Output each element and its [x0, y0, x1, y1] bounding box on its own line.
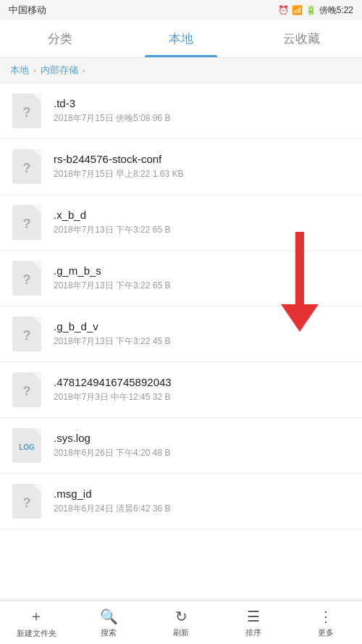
breadcrumb-internal-storage[interactable]: 内部存储	[41, 64, 78, 77]
file-name: .msg_id	[54, 488, 352, 500]
file-item[interactable]: ? rs-b244576-stock-conf 2018年7月15日 早上8:2…	[0, 139, 362, 195]
arrow-head	[281, 304, 319, 332]
file-item[interactable]: LOG .sys.log 2018年6月26日 下午4:20 48 B	[0, 418, 362, 474]
more-icon: ⋮	[319, 608, 333, 625]
log-label: LOG	[19, 443, 35, 451]
file-icon-container: ?	[10, 371, 43, 409]
annotation-arrow	[281, 232, 319, 332]
breadcrumb-local[interactable]: 本地	[10, 64, 29, 77]
file-icon-container: ?	[10, 92, 43, 130]
file-info: .td-3 2018年7月15日 傍晚5:08 96 B	[54, 97, 352, 125]
log-file-icon: LOG	[12, 428, 41, 463]
tab-cloud[interactable]: 云收藏	[241, 20, 362, 57]
tab-bar: 分类 本地 云收藏	[0, 20, 362, 58]
file-list: ? .td-3 2018年7月15日 傍晚5:08 96 B ? rs-b244…	[0, 83, 362, 598]
question-mark: ?	[23, 272, 31, 288]
file-name: .4781249416745892043	[54, 376, 352, 388]
arrow-shaft	[295, 232, 304, 304]
tab-classify-label: 分类	[48, 30, 72, 47]
generic-file-icon: ?	[12, 205, 41, 240]
time-display: 傍晚5:22	[319, 4, 353, 17]
file-item[interactable]: ? .4781249416745892043 2018年7月3日 中午12:45…	[0, 362, 362, 418]
file-item[interactable]: ? .td-3 2018年7月15日 傍晚5:08 96 B	[0, 83, 362, 139]
generic-file-icon: ?	[12, 149, 41, 184]
file-info: .msg_id 2018年6月24日 清晨6:42 36 B	[54, 488, 352, 515]
question-mark: ?	[23, 217, 31, 232]
question-mark: ?	[23, 105, 31, 120]
breadcrumb-sep-2: ›	[83, 66, 85, 75]
file-info: rs-b244576-stock-conf 2018年7月15日 早上8:22 …	[54, 153, 352, 180]
file-icon-container: ?	[10, 204, 43, 241]
file-info: .sys.log 2018年6月26日 下午4:20 48 B	[54, 432, 352, 459]
generic-file-icon: ?	[12, 93, 41, 128]
nav-sort[interactable]: ☰ 排序	[217, 608, 290, 638]
nav-more[interactable]: ⋮ 更多	[290, 608, 362, 638]
question-mark: ?	[23, 328, 31, 343]
battery-icon: 🔋	[306, 5, 316, 15]
status-bar: 中国移动 ⏰ 📶 🔋 傍晚5:22	[0, 0, 362, 20]
tab-classify[interactable]: 分类	[0, 20, 121, 57]
breadcrumb: 本地 › 内部存储 ›	[0, 58, 362, 83]
wifi-icon: 📶	[292, 5, 303, 15]
file-meta: 2018年6月26日 下午4:20 48 B	[54, 447, 352, 459]
sort-icon: ☰	[247, 608, 260, 625]
search-icon: 🔍	[100, 608, 118, 625]
question-mark: ?	[23, 161, 31, 176]
bottom-nav: ＋ 新建文件夹 🔍 搜索 ↻ 刷新 ☰ 排序 ⋮ 更多	[0, 601, 362, 644]
nav-more-label: 更多	[318, 627, 334, 638]
nav-new-folder-label: 新建文件夹	[17, 628, 56, 639]
file-name: .sys.log	[54, 432, 352, 444]
file-meta: 2018年6月24日 清晨6:42 36 B	[54, 503, 352, 515]
file-icon-container: ?	[10, 148, 43, 185]
nav-new-folder[interactable]: ＋ 新建文件夹	[0, 606, 72, 639]
file-name: .td-3	[54, 97, 352, 109]
refresh-icon: ↻	[175, 608, 188, 625]
file-icon-container: ?	[10, 315, 43, 353]
new-folder-icon: ＋	[29, 606, 43, 626]
file-meta: 2018年7月13日 下午3:22 45 B	[54, 335, 352, 348]
file-item[interactable]: ? .msg_id 2018年6月24日 清晨6:42 36 B	[0, 474, 362, 530]
breadcrumb-sep-1: ›	[33, 66, 36, 75]
nav-refresh-label: 刷新	[173, 627, 189, 638]
carrier: 中国移动	[9, 4, 46, 17]
generic-file-icon: ?	[12, 372, 41, 407]
generic-file-icon: ?	[12, 317, 41, 351]
tab-local-label: 本地	[169, 30, 193, 47]
nav-search-label: 搜索	[101, 627, 117, 638]
file-meta: 2018年7月3日 中午12:45 32 B	[54, 391, 352, 403]
question-mark: ?	[23, 384, 31, 399]
question-mark: ?	[23, 495, 31, 511]
file-info: .4781249416745892043 2018年7月3日 中午12:45 3…	[54, 376, 352, 403]
tab-cloud-label: 云收藏	[283, 30, 320, 47]
tab-local[interactable]: 本地	[121, 20, 242, 57]
generic-file-icon: ?	[12, 261, 41, 296]
file-meta: 2018年7月15日 早上8:22 1.63 KB	[54, 168, 352, 180]
nav-search[interactable]: 🔍 搜索	[72, 608, 145, 638]
nav-refresh[interactable]: ↻ 刷新	[145, 608, 217, 638]
file-name: rs-b244576-stock-conf	[54, 153, 352, 165]
file-icon-container: LOG	[10, 427, 43, 464]
file-meta: 2018年7月15日 傍晚5:08 96 B	[54, 112, 352, 125]
file-icon-container: ?	[10, 259, 43, 297]
nav-sort-label: 排序	[245, 627, 261, 638]
generic-file-icon: ?	[12, 484, 41, 519]
file-name: .x_b_d	[54, 209, 352, 221]
clock-icon: ⏰	[278, 5, 289, 15]
file-icon-container: ?	[10, 482, 43, 520]
status-right: ⏰ 📶 🔋 傍晚5:22	[278, 4, 353, 17]
